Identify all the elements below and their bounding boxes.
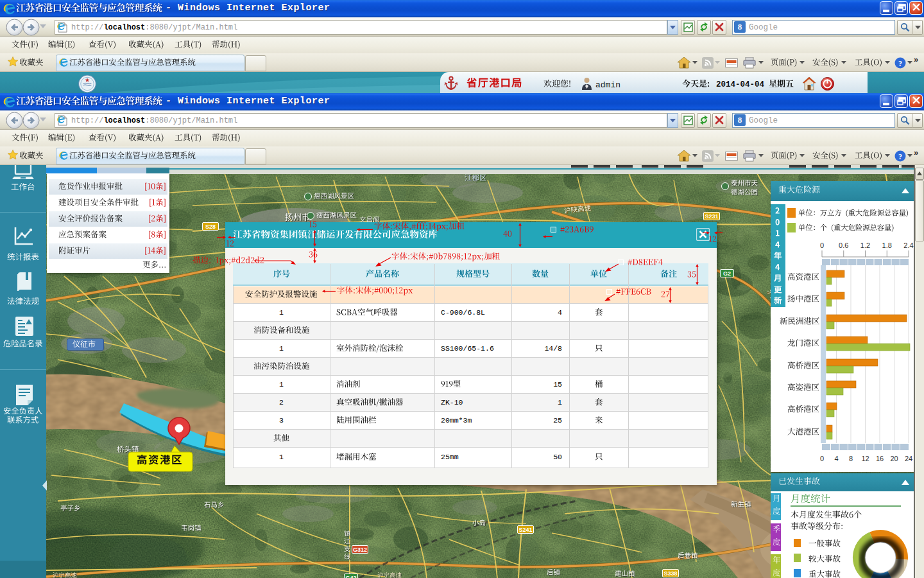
svg-text:20: 20 [890,455,898,462]
svg-text:1.2: 1.2 [860,241,870,249]
svg-text:0: 0 [820,241,824,249]
svg-text:2.4: 2.4 [903,241,913,249]
svg-text:12: 12 [861,455,869,462]
svg-text:1.8: 1.8 [882,241,892,249]
svg-text:24: 24 [905,455,912,462]
svg-text:0.6: 0.6 [839,241,848,249]
svg-text:4: 4 [834,455,838,462]
svg-text:16: 16 [876,455,884,462]
svg-text:?: ? [898,59,902,68]
svg-text:0: 0 [820,455,824,462]
svg-text:?: ? [898,152,902,161]
svg-text:8: 8 [849,455,853,462]
